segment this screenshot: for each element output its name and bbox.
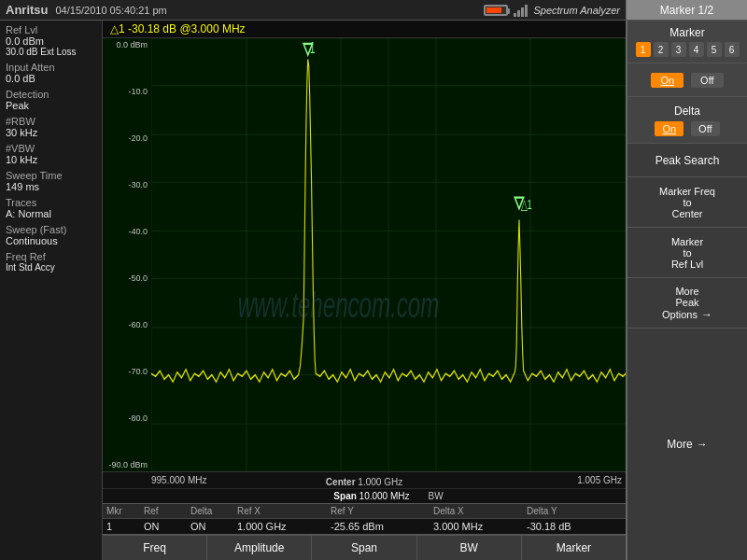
arrow-icon: → [701,308,712,321]
bw-button[interactable]: BW [417,536,522,560]
x-center-value: Center 1.000 GHz [326,477,402,487]
peak-search-label: Peak Search [655,154,720,167]
on-button[interactable]: On [651,73,684,88]
detection-group: Detection Peak [6,89,96,111]
sweep-label: Sweep (Fast) [6,224,96,235]
ref-lvl-value2: 30.0 dB Ext Loss [6,47,96,57]
span-value: 10.000 MHz [359,491,410,501]
sweep-group: Sweep (Fast) Continuous [6,224,96,246]
table-row: 1 ON ON 1.000 GHz -25.65 dBm 3.000 MHz -… [103,519,626,534]
logo: Anritsu [6,3,49,17]
y-axis: 0.0 dBm -10.0 -20.0 -30.0 -40.0 -50.0 -6… [103,38,151,471]
rbw-value: 30 kHz [6,127,96,138]
num-btn-1[interactable]: 1 [636,42,651,57]
freq-button[interactable]: Freq [103,536,207,560]
ref-lvl-value1: 0.0 dBm [6,35,96,47]
plot-area: 1 △1 www.tehencom.com [151,38,626,471]
col-ref: Ref [144,506,190,516]
freq-ref-label: Freq Ref [6,251,96,262]
y-label-0: 0.0 dBm [103,40,151,49]
detection-label: Detection [6,89,96,100]
rbw-group: #RBW 30 kHz [6,116,96,138]
marker-readout: △1 -30.18 dB @3.000 MHz [103,21,626,38]
table-header: Mkr Ref Delta Ref X Ref Y Delta X Delta … [103,504,626,519]
col-refy: Ref Y [331,506,433,516]
mrl-line3: Ref Lvl [671,259,703,270]
vbw-label: #VBW [6,143,96,154]
marker-freq-center-item[interactable]: Marker Freq to Center [627,177,747,228]
traces-group: Traces A: Normal [6,197,96,219]
on-off-item: On Off [627,63,747,97]
input-atten-label: Input Atten [6,62,96,73]
col-refx: Ref X [237,506,331,516]
svg-text:www.tehencom.com: www.tehencom.com [238,285,440,325]
freq-ref-group: Freq Ref Int Std Accy [6,251,96,273]
num-btn-3[interactable]: 3 [671,42,686,57]
span-button[interactable]: Span [312,536,416,560]
cell-refy: -25.65 dBm [331,521,433,532]
y-label-8: -80.0 [103,413,151,423]
x-left-label: 995.000 MHz [151,475,206,485]
spectrum-label: Spectrum Analyzer [533,5,620,16]
more-label: More [667,438,692,451]
mpo-line1: More [675,286,698,297]
y-label-3: -30.0 [103,180,151,189]
left-panel: Ref Lvl 0.0 dBm 30.0 dB Ext Loss Input A… [0,21,103,560]
svg-text:△1: △1 [521,196,532,212]
mfc-line3: Center [671,208,702,219]
num-btn-2[interactable]: 2 [654,42,669,57]
chart-area: 0.0 dBm -10.0 -20.0 -30.0 -40.0 -50.0 -6… [103,38,626,503]
more-item[interactable]: More → [627,329,747,560]
sweep-time-value: 149 ms [6,181,96,192]
freq-ref-value: Int Std Accy [6,262,96,273]
vbw-value: 10 kHz [6,154,96,165]
delta-off-button[interactable]: Off [691,121,719,136]
cell-refx: 1.000 GHz [237,521,331,532]
cell-deltay: -30.18 dB [527,521,620,532]
delta-item: Delta On Off [627,97,747,144]
marker-item-label: Marker [669,26,704,39]
delta-label: Delta [674,105,700,118]
marker-numbers-item: Marker 1 2 3 4 5 6 [627,21,747,63]
num-btn-4[interactable]: 4 [689,42,704,57]
peak-search-item[interactable]: Peak Search [627,144,747,177]
sweep-time-label: Sweep Time [6,170,96,181]
cell-deltax: 3.000 MHz [433,521,527,532]
marker-button[interactable]: Marker [522,536,626,560]
off-button[interactable]: Off [691,73,723,88]
traces-value: A: Normal [6,208,96,219]
span-label: Span [333,491,356,501]
num-btn-5[interactable]: 5 [707,42,722,57]
amplitude-button[interactable]: Amplitude [207,536,312,560]
mfc-line1: Marker Freq [659,186,715,197]
ref-lvl-label: Ref Lvl [6,24,96,35]
right-menu: Marker 1 2 3 4 5 6 On Off Delta On [626,21,747,560]
delta-on-button[interactable]: On [655,121,684,136]
input-atten-group: Input Atten 0.0 dB [6,62,96,84]
table-area: Mkr Ref Delta Ref X Ref Y Delta X Delta … [103,503,626,534]
col-delta: Delta [190,506,237,516]
more-arrow-icon: → [697,438,708,451]
y-label-6: -60.0 [103,320,151,329]
cell-mkr: 1 [106,521,144,532]
y-label-9: -90.0 dBm [103,460,151,469]
bottom-toolbar: Freq Amplitude Span BW Marker [103,534,626,560]
detection-value: Peak [6,100,96,111]
marker-ref-item[interactable]: Marker to Ref Lvl [627,228,747,278]
num-btn-6[interactable]: 6 [725,42,740,57]
sweep-value: Continuous [6,235,96,246]
freq-info-row: Span 10.000 MHz BW [103,488,626,503]
spectrum-chart: 1 △1 www.tehencom.com [151,38,626,471]
x-right-label: 1.005 GHz [577,475,622,485]
y-label-5: -50.0 [103,273,151,283]
more-peak-options-item[interactable]: More Peak Options → [627,278,747,329]
y-label-1: -10.0 [103,87,151,96]
sweep-time-group: Sweep Time 149 ms [6,170,96,192]
vbw-group: #VBW 10 kHz [6,143,96,165]
y-label-2: -20.0 [103,133,151,143]
mpo-line2: Peak [675,297,698,308]
cell-ref: ON [144,521,190,532]
mrl-line2: to [683,247,691,259]
x-axis-labels: 995.000 MHz 1.005 GHz Center 1.000 GHz [103,471,626,488]
svg-text:1: 1 [310,40,316,57]
